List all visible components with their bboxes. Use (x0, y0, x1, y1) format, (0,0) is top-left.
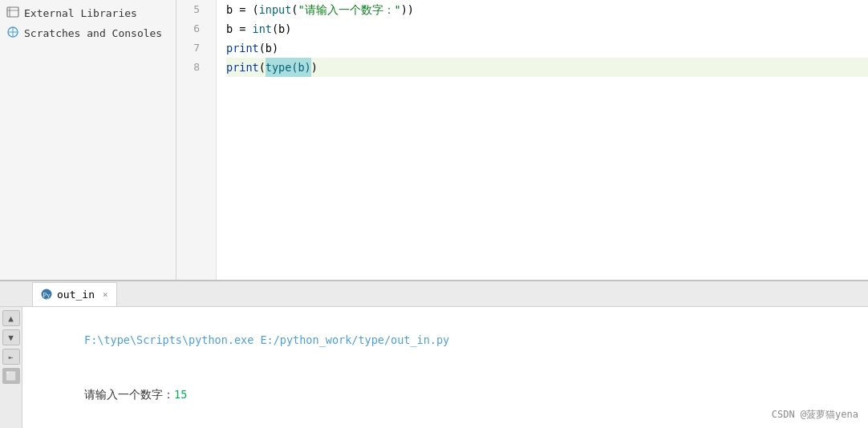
sidebar-item-scratches-label: Scratches and Consoles (24, 27, 162, 39)
line-number-6: 6 (176, 19, 206, 38)
scratch-icon (6, 26, 19, 41)
code-paren-7a: (b) (259, 38, 278, 58)
code-var-b5: b = ( (226, 0, 259, 19)
tab-bar: Py out_in × (0, 281, 868, 307)
run-tab-label: out_in (57, 289, 95, 301)
console-output: F:\type\Scripts\python.exe E:/python_wor… (22, 307, 868, 428)
code-fn-input: input (259, 0, 292, 19)
line-number-5: 5 (176, 0, 206, 19)
console-area-wrapper: ▲ ▼ ⇤ ⬜ F:\type\Scripts\python.exe E:/py… (0, 307, 868, 428)
console-path-text: F:\type\Scripts\python.exe E:/python_wor… (84, 333, 449, 346)
sidebar-item-external-libraries[interactable]: External Libraries (0, 3, 176, 23)
code-paren-8a: ( (259, 58, 266, 77)
code-content[interactable]: b = (input("请输入一个数字：")) b = int(b) print… (217, 0, 868, 280)
line-number-7: 7 (176, 38, 206, 58)
code-var-b6: b = (226, 19, 253, 38)
scroll-side: ▲ ▼ ⇤ ⬜ (0, 307, 22, 428)
code-line-6: b = int(b) (226, 19, 868, 38)
code-paren-5b: )) (401, 0, 414, 19)
run-tab-out-in[interactable]: Py out_in × (32, 282, 117, 306)
bottom-panel: Py out_in × ▲ ▼ ⇤ ⬜ F:\type\Scripts\pyth… (0, 280, 868, 428)
top-area: External Libraries Scratches and Console… (0, 0, 868, 280)
editor-area: 5 6 7 8 b = (input("请输入一个数字：")) b = int(… (176, 0, 868, 280)
tab-close-button[interactable]: × (103, 289, 108, 300)
code-kw-print7: print (226, 38, 259, 58)
watermark: CSDN @菠萝猫yena (772, 408, 858, 422)
console-prompt-prefix: 请输入一个数字： (84, 388, 174, 401)
sidebar-item-external-libraries-label: External Libraries (24, 7, 137, 19)
code-str-5: "请输入一个数字：" (298, 0, 400, 19)
code-line-7: print(b) (226, 38, 868, 58)
watermark-text: CSDN @菠萝猫yena (772, 409, 858, 420)
svg-text:Py: Py (43, 291, 51, 299)
console-input-value: 15 (174, 388, 187, 401)
svg-rect-0 (7, 7, 18, 17)
code-paren-6a: (b) (272, 19, 291, 38)
code-fn-int: int (253, 19, 272, 38)
code-line-8: print(type(b)) (226, 58, 868, 77)
code-line-5: b = (input("请输入一个数字：")) (226, 0, 868, 19)
code-paren-5a: ( (291, 0, 298, 19)
sidebar: External Libraries Scratches and Console… (0, 0, 176, 280)
scroll-reset-button[interactable]: ⇤ (2, 349, 20, 365)
scroll-up-button[interactable]: ▲ (2, 310, 20, 326)
line-number-8: 8 (176, 58, 206, 77)
console-line-path: F:\type\Scripts\python.exe E:/python_wor… (32, 313, 858, 366)
code-paren-8b: ) (311, 58, 318, 77)
code-sel-type: type(b) (266, 58, 311, 77)
console-line-output: 15 (32, 422, 858, 428)
python-icon: Py (41, 289, 52, 300)
line-numbers: 5 6 7 8 (176, 0, 217, 280)
scroll-stop-button[interactable]: ⬜ (2, 368, 20, 384)
console-line-prompt: 请输入一个数字：15 (32, 368, 858, 421)
sidebar-item-scratches-and-consoles[interactable]: Scratches and Consoles (0, 23, 176, 43)
library-icon (6, 6, 19, 21)
code-kw-print8: print (226, 58, 259, 77)
scroll-down-button[interactable]: ▼ (2, 329, 20, 345)
